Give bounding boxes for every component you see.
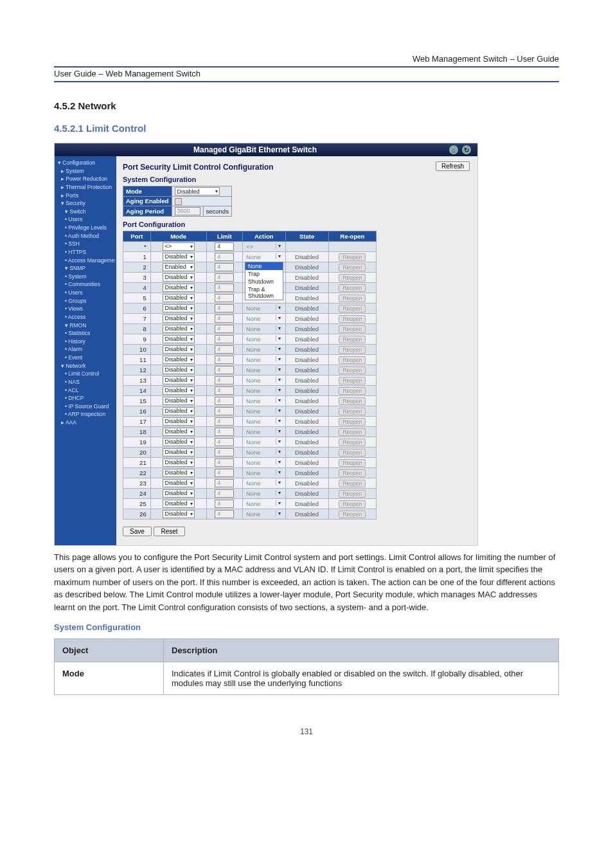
- sidebar-item[interactable]: ▾ Switch: [56, 208, 115, 216]
- reopen-button[interactable]: Reopen: [339, 253, 366, 261]
- chevron-down-icon[interactable]: ▾: [276, 253, 283, 259]
- chevron-down-icon[interactable]: ▾: [276, 418, 283, 424]
- sidebar-item[interactable]: ▾ Configuration: [56, 159, 115, 167]
- reopen-button[interactable]: Reopen: [339, 336, 366, 343]
- action-dropdown[interactable]: NoneTrapShutdownTrap & Shutdown: [245, 262, 283, 300]
- reopen-button[interactable]: Reopen: [339, 305, 366, 312]
- action-select[interactable]: None▾: [245, 366, 283, 374]
- action-select[interactable]: None▾: [245, 397, 283, 404]
- chevron-down-icon[interactable]: ▾: [276, 387, 283, 393]
- limit-input[interactable]: 4: [215, 428, 234, 436]
- action-select[interactable]: None▾: [245, 418, 283, 425]
- chevron-down-icon[interactable]: ▾: [276, 325, 283, 331]
- sidebar-item[interactable]: • ARP Inspection: [56, 410, 115, 419]
- mode-select-all[interactable]: <>: [163, 242, 195, 251]
- chevron-down-icon[interactable]: ▾: [276, 346, 283, 352]
- action-select[interactable]: None▾NoneTrapShutdownTrap & Shutdown: [245, 253, 283, 260]
- sidebar-item[interactable]: • System: [56, 273, 115, 281]
- sidebar-item[interactable]: • History: [56, 338, 115, 346]
- action-select[interactable]: None▾: [245, 449, 283, 456]
- action-select[interactable]: None▾: [245, 480, 283, 487]
- mode-select[interactable]: Disabled: [163, 510, 195, 518]
- mode-select[interactable]: Disabled: [163, 294, 195, 302]
- limit-input[interactable]: 4: [215, 294, 234, 302]
- sidebar-item[interactable]: ▾ Network: [56, 362, 115, 370]
- sys-mode-select[interactable]: Disabled: [175, 187, 220, 195]
- limit-input[interactable]: 4: [215, 417, 234, 426]
- refresh-button[interactable]: Refresh: [436, 161, 470, 171]
- action-select[interactable]: None▾: [245, 377, 283, 384]
- limit-input[interactable]: 4: [215, 489, 234, 498]
- sidebar-item[interactable]: • Alarm: [56, 345, 115, 354]
- mode-select[interactable]: Disabled: [163, 345, 195, 354]
- mode-select[interactable]: Disabled: [163, 273, 195, 282]
- limit-input[interactable]: 4: [215, 273, 234, 282]
- mode-select[interactable]: Disabled: [163, 253, 195, 261]
- sidebar-item[interactable]: • Groups: [56, 297, 115, 305]
- reopen-button[interactable]: Reopen: [339, 274, 366, 282]
- mode-select[interactable]: Disabled: [163, 489, 195, 498]
- chevron-down-icon[interactable]: ▾: [276, 397, 283, 403]
- limit-input[interactable]: 4: [215, 345, 234, 354]
- action-select[interactable]: None▾: [245, 325, 283, 332]
- sidebar-item[interactable]: ▸ Ports: [56, 192, 115, 200]
- action-select[interactable]: None▾: [245, 469, 283, 476]
- limit-input[interactable]: 4: [215, 253, 234, 261]
- limit-input[interactable]: 4: [215, 500, 234, 508]
- sidebar-item[interactable]: ▸ System: [56, 167, 115, 176]
- chevron-down-icon[interactable]: ▾: [276, 459, 283, 465]
- sidebar-item[interactable]: • Users: [56, 215, 115, 224]
- limit-input[interactable]: 4: [215, 510, 234, 518]
- limit-input[interactable]: 4: [215, 407, 234, 415]
- mode-select[interactable]: Disabled: [163, 386, 195, 395]
- mode-select[interactable]: Disabled: [163, 397, 195, 405]
- sidebar-item[interactable]: • Statistics: [56, 329, 115, 338]
- action-select-all[interactable]: <>: [245, 243, 276, 250]
- mode-select[interactable]: Disabled: [163, 458, 195, 467]
- logout-icon[interactable]: ↻: [462, 145, 471, 154]
- reopen-button[interactable]: Reopen: [339, 356, 366, 364]
- action-select[interactable]: None▾: [245, 346, 283, 353]
- sidebar-item[interactable]: • DHCP: [56, 394, 115, 402]
- chevron-down-icon[interactable]: ▾: [276, 356, 283, 362]
- sidebar-item[interactable]: • Privilege Levels: [56, 224, 115, 232]
- limit-input[interactable]: 4: [215, 386, 234, 395]
- limit-input[interactable]: 4: [215, 458, 234, 467]
- sidebar-item[interactable]: • Access Management: [56, 257, 115, 265]
- sidebar-item[interactable]: • Event: [56, 354, 115, 362]
- mode-select[interactable]: Disabled: [163, 304, 195, 312]
- chevron-down-icon[interactable]: ▾: [276, 377, 283, 383]
- mode-select[interactable]: Disabled: [163, 356, 195, 364]
- sidebar-item[interactable]: • HTTPS: [56, 248, 115, 257]
- reset-button[interactable]: Reset: [154, 527, 184, 536]
- reopen-button[interactable]: Reopen: [339, 418, 366, 426]
- mode-select[interactable]: Disabled: [163, 325, 195, 333]
- mode-select[interactable]: Disabled: [163, 500, 195, 508]
- chevron-down-icon[interactable]: ▾: [276, 449, 283, 455]
- action-select[interactable]: None▾: [245, 336, 283, 343]
- chevron-down-icon[interactable]: ▾: [276, 469, 283, 475]
- limit-input[interactable]: 4: [215, 325, 234, 333]
- limit-input[interactable]: 4: [215, 366, 234, 374]
- action-select[interactable]: None▾: [245, 356, 283, 363]
- action-select[interactable]: None▾: [245, 315, 283, 322]
- limit-input[interactable]: 4: [215, 284, 234, 292]
- reopen-button[interactable]: Reopen: [339, 387, 366, 395]
- chevron-down-icon[interactable]: ▾: [276, 439, 283, 444]
- mode-select[interactable]: Disabled: [163, 479, 195, 487]
- chevron-down-icon[interactable]: ▾: [276, 243, 283, 249]
- reopen-button[interactable]: Reopen: [339, 397, 366, 405]
- aging-period-input[interactable]: 3600: [175, 207, 200, 215]
- limit-input[interactable]: 4: [215, 314, 234, 323]
- chevron-down-icon[interactable]: ▾: [276, 480, 283, 485]
- mode-select[interactable]: Disabled: [163, 448, 195, 457]
- sidebar-item[interactable]: ▾ SNMP: [56, 264, 115, 273]
- action-select[interactable]: None▾: [245, 305, 283, 312]
- limit-input[interactable]: 4: [215, 397, 234, 405]
- reopen-button[interactable]: Reopen: [339, 294, 366, 302]
- mode-select[interactable]: Disabled: [163, 428, 195, 436]
- action-select[interactable]: None▾: [245, 387, 283, 394]
- sidebar-item[interactable]: ▸ Thermal Protection: [56, 183, 115, 192]
- chevron-down-icon[interactable]: ▾: [276, 366, 283, 372]
- reopen-button[interactable]: Reopen: [339, 511, 366, 518]
